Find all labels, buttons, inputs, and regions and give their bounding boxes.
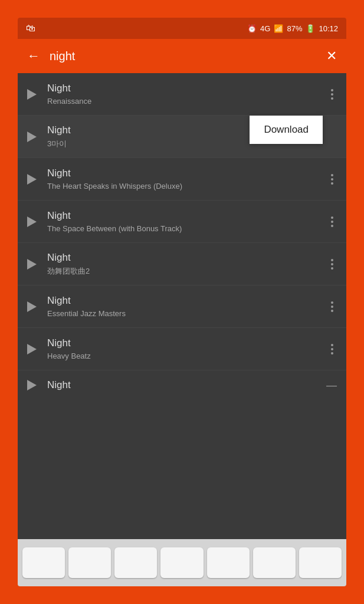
status-bar-left: 🛍: [26, 23, 35, 34]
download-popup: Download: [250, 116, 323, 144]
battery-icon: 🔋: [306, 24, 315, 33]
track-info: Night 劲舞团歌曲2: [47, 252, 327, 277]
play-icon: [27, 344, 37, 354]
track-title: Night: [47, 379, 326, 391]
dot: [331, 221, 333, 223]
list-item: Night Renaissance: [18, 73, 346, 116]
header: ← night ✕: [18, 39, 346, 73]
track-album: 劲舞团歌曲2: [47, 266, 327, 277]
dot: [331, 182, 333, 185]
more-options-button[interactable]: —: [326, 379, 337, 392]
play-icon: [27, 259, 37, 270]
bag-icon: 🛍: [26, 23, 35, 34]
battery-percent: 87%: [287, 24, 302, 33]
dot: [331, 263, 333, 265]
dot: [331, 301, 333, 304]
dot: [331, 352, 333, 354]
play-button[interactable]: [27, 259, 37, 270]
status-bar: 🛍 ⏰ 4G 📶 87% 🔋 10:12: [18, 18, 346, 39]
list-item: Night Heavy Beatz: [18, 328, 346, 370]
play-button[interactable]: [27, 216, 37, 227]
play-icon: [27, 301, 37, 312]
track-title: Night: [47, 252, 327, 264]
back-button[interactable]: ←: [27, 48, 40, 64]
track-info: Night The Heart Speaks in Whispers (Delu…: [47, 168, 327, 191]
keyboard-key[interactable]: [299, 547, 342, 578]
phone-wrapper: 🛍 ⏰ 4G 📶 87% 🔋 10:12 ← night ✕: [0, 0, 364, 604]
dot: [331, 89, 333, 91]
more-options-button[interactable]: [327, 342, 337, 357]
download-label[interactable]: Download: [264, 124, 309, 135]
track-title: Night: [47, 337, 327, 349]
keyboard-key[interactable]: [160, 547, 203, 578]
dot: [331, 267, 333, 270]
track-info: Night The Space Between (with Bonus Trac…: [47, 210, 327, 233]
keyboard-key[interactable]: [22, 547, 65, 578]
more-options-button[interactable]: [327, 87, 337, 102]
status-bar-right: ⏰ 4G 📶 87% 🔋 10:12: [247, 24, 338, 33]
track-album: Heavy Beatz: [47, 352, 327, 360]
dot: [331, 174, 333, 176]
track-title: Night: [47, 210, 327, 222]
play-button[interactable]: [27, 301, 37, 312]
dot: [331, 306, 333, 308]
more-options-button[interactable]: [327, 172, 337, 187]
dot: [331, 310, 333, 312]
play-button[interactable]: [27, 344, 37, 354]
more-options-button[interactable]: [327, 299, 337, 314]
dot: [331, 348, 333, 350]
play-icon: [27, 174, 37, 185]
more-options-button[interactable]: [327, 257, 337, 272]
dot: [331, 97, 333, 100]
phone-inner: 🛍 ⏰ 4G 📶 87% 🔋 10:12 ← night ✕: [18, 18, 346, 586]
close-button[interactable]: ✕: [326, 48, 337, 64]
play-button[interactable]: [27, 174, 37, 185]
alarm-icon: ⏰: [247, 24, 257, 33]
network-type: 4G: [260, 24, 270, 33]
keyboard-key[interactable]: [114, 547, 157, 578]
play-icon: [27, 380, 37, 390]
keyboard-key[interactable]: [207, 547, 250, 578]
play-button[interactable]: [27, 380, 37, 390]
list-item: Night The Space Between (with Bonus Trac…: [18, 201, 346, 243]
keyboard-key[interactable]: [68, 547, 111, 578]
track-title: Night: [47, 168, 327, 179]
dot: [331, 225, 333, 227]
track-title: Night: [47, 83, 327, 94]
keyboard-key[interactable]: [253, 547, 296, 578]
play-icon: [27, 132, 37, 142]
keyboard-area: [18, 539, 346, 586]
dot: [331, 344, 333, 346]
play-icon: [27, 216, 37, 227]
list-item-partial: Night —: [18, 370, 346, 400]
dot: [331, 259, 333, 261]
list-item: Night Essential Jazz Masters: [18, 285, 346, 328]
track-album: Essential Jazz Masters: [47, 309, 327, 318]
more-options-button[interactable]: [327, 214, 337, 229]
track-info: Night: [47, 379, 326, 391]
list-item: Night 劲舞团歌曲2: [18, 243, 346, 285]
track-info: Night Renaissance: [47, 83, 327, 106]
search-query: night: [50, 50, 326, 63]
track-info: Night Heavy Beatz: [47, 337, 327, 360]
play-button[interactable]: [27, 132, 37, 142]
list-item: Night 3마이 Download: [18, 116, 346, 158]
play-button[interactable]: [27, 89, 37, 100]
play-icon: [27, 89, 37, 100]
signal-icon: 📶: [274, 24, 283, 33]
track-title: Night: [47, 295, 327, 307]
dot: [331, 178, 333, 180]
track-info: Night Essential Jazz Masters: [47, 295, 327, 318]
track-album: Renaissance: [47, 97, 327, 106]
track-album: The Heart Speaks in Whispers (Deluxe): [47, 182, 327, 191]
track-list: Night Renaissance Night 3마이: [18, 73, 346, 539]
track-album: The Space Between (with Bonus Track): [47, 224, 327, 233]
time: 10:12: [319, 24, 338, 33]
list-item: Night The Heart Speaks in Whispers (Delu…: [18, 158, 346, 201]
dot: [331, 93, 333, 96]
dot: [331, 216, 333, 219]
